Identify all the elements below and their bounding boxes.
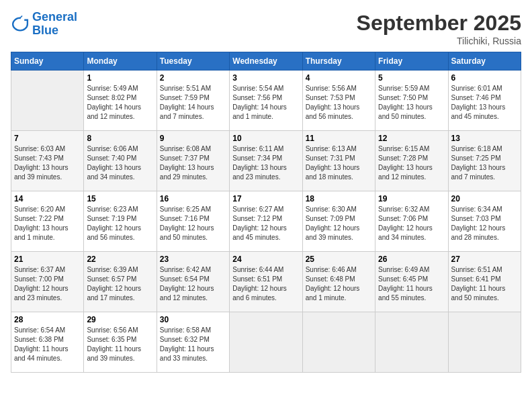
day-number: 2 [160, 73, 226, 83]
day-info: Sunrise: 6:01 AM Sunset: 7:46 PM Dayligh… [451, 84, 518, 122]
calendar-cell: 21Sunrise: 6:37 AM Sunset: 7:00 PM Dayli… [11, 252, 84, 312]
calendar-cell: 25Sunrise: 6:46 AM Sunset: 6:48 PM Dayli… [302, 252, 375, 312]
calendar-cell: 11Sunrise: 6:13 AM Sunset: 7:31 PM Dayli… [302, 131, 375, 191]
calendar-cell: 5Sunrise: 5:59 AM Sunset: 7:50 PM Daylig… [375, 71, 448, 131]
logo: General Blue [11, 11, 77, 38]
header: General Blue September 2025 Tilichiki, R… [11, 11, 521, 46]
calendar-cell: 8Sunrise: 6:06 AM Sunset: 7:40 PM Daylig… [84, 131, 157, 191]
day-number: 10 [232, 134, 299, 143]
day-info: Sunrise: 5:54 AM Sunset: 7:56 PM Dayligh… [232, 84, 299, 122]
calendar-cell: 29Sunrise: 6:56 AM Sunset: 6:35 PM Dayli… [84, 312, 157, 373]
calendar-cell: 27Sunrise: 6:51 AM Sunset: 6:41 PM Dayli… [448, 252, 521, 312]
day-number: 20 [451, 194, 518, 203]
header-day: Saturday [448, 52, 521, 71]
day-info: Sunrise: 6:23 AM Sunset: 7:19 PM Dayligh… [87, 205, 153, 242]
calendar-cell: 23Sunrise: 6:42 AM Sunset: 6:54 PM Dayli… [157, 252, 229, 312]
calendar-cell: 18Sunrise: 6:30 AM Sunset: 7:09 PM Dayli… [302, 191, 375, 252]
calendar-cell [375, 312, 448, 373]
day-info: Sunrise: 6:49 AM Sunset: 6:45 PM Dayligh… [378, 265, 445, 303]
day-info: Sunrise: 5:51 AM Sunset: 7:59 PM Dayligh… [160, 84, 226, 122]
day-info: Sunrise: 6:06 AM Sunset: 7:40 PM Dayligh… [87, 144, 153, 182]
day-number: 27 [451, 255, 518, 264]
day-info: Sunrise: 6:39 AM Sunset: 6:57 PM Dayligh… [87, 265, 153, 303]
calendar-cell: 16Sunrise: 6:25 AM Sunset: 7:16 PM Dayli… [157, 191, 229, 252]
calendar-cell [11, 71, 84, 131]
header-row: SundayMondayTuesdayWednesdayThursdayFrid… [11, 52, 521, 71]
calendar-cell: 20Sunrise: 6:34 AM Sunset: 7:03 PM Dayli… [448, 191, 521, 252]
calendar-week: 21Sunrise: 6:37 AM Sunset: 7:00 PM Dayli… [11, 252, 521, 312]
day-info: Sunrise: 6:25 AM Sunset: 7:16 PM Dayligh… [160, 205, 226, 242]
day-info: Sunrise: 5:59 AM Sunset: 7:50 PM Dayligh… [378, 84, 445, 122]
calendar-cell: 6Sunrise: 6:01 AM Sunset: 7:46 PM Daylig… [448, 71, 521, 131]
calendar-cell: 9Sunrise: 6:08 AM Sunset: 7:37 PM Daylig… [157, 131, 229, 191]
day-info: Sunrise: 6:34 AM Sunset: 7:03 PM Dayligh… [451, 205, 518, 242]
day-info: Sunrise: 5:49 AM Sunset: 8:02 PM Dayligh… [87, 84, 153, 122]
month-title: September 2025 [357, 11, 521, 36]
day-info: Sunrise: 5:56 AM Sunset: 7:53 PM Dayligh… [306, 84, 372, 122]
day-info: Sunrise: 6:08 AM Sunset: 7:37 PM Dayligh… [160, 144, 226, 182]
calendar-cell: 24Sunrise: 6:44 AM Sunset: 6:51 PM Dayli… [230, 252, 302, 312]
calendar-cell: 4Sunrise: 5:56 AM Sunset: 7:53 PM Daylig… [302, 71, 375, 131]
calendar-week: 7Sunrise: 6:03 AM Sunset: 7:43 PM Daylig… [11, 131, 521, 191]
calendar-cell: 17Sunrise: 6:27 AM Sunset: 7:12 PM Dayli… [230, 191, 302, 252]
day-number: 19 [378, 194, 445, 203]
calendar-header: SundayMondayTuesdayWednesdayThursdayFrid… [11, 52, 521, 71]
calendar-week: 28Sunrise: 6:54 AM Sunset: 6:38 PM Dayli… [11, 312, 521, 373]
day-number: 17 [232, 194, 299, 203]
calendar-cell: 2Sunrise: 5:51 AM Sunset: 7:59 PM Daylig… [157, 71, 229, 131]
header-day: Wednesday [230, 52, 302, 71]
day-info: Sunrise: 6:32 AM Sunset: 7:06 PM Dayligh… [378, 205, 445, 242]
calendar-cell [302, 312, 375, 373]
day-info: Sunrise: 6:15 AM Sunset: 7:28 PM Dayligh… [378, 144, 445, 182]
header-day: Monday [84, 52, 157, 71]
location: Tilichiki, Russia [357, 36, 521, 46]
day-number: 25 [306, 255, 372, 264]
calendar-cell: 22Sunrise: 6:39 AM Sunset: 6:57 PM Dayli… [84, 252, 157, 312]
day-info: Sunrise: 6:56 AM Sunset: 6:35 PM Dayligh… [87, 326, 153, 363]
header-day: Friday [375, 52, 448, 71]
day-info: Sunrise: 6:54 AM Sunset: 6:38 PM Dayligh… [14, 326, 81, 363]
day-number: 12 [378, 134, 445, 143]
day-number: 18 [306, 194, 372, 203]
logo-text: General Blue [32, 11, 77, 38]
day-number: 3 [232, 73, 299, 83]
calendar-cell: 28Sunrise: 6:54 AM Sunset: 6:38 PM Dayli… [11, 312, 84, 373]
day-number: 11 [306, 134, 372, 143]
calendar-cell: 15Sunrise: 6:23 AM Sunset: 7:19 PM Dayli… [84, 191, 157, 252]
calendar-week: 1Sunrise: 5:49 AM Sunset: 8:02 PM Daylig… [11, 71, 521, 131]
calendar-cell: 12Sunrise: 6:15 AM Sunset: 7:28 PM Dayli… [375, 131, 448, 191]
day-number: 4 [306, 73, 372, 83]
day-info: Sunrise: 6:42 AM Sunset: 6:54 PM Dayligh… [160, 265, 226, 303]
day-info: Sunrise: 6:11 AM Sunset: 7:34 PM Dayligh… [232, 144, 299, 182]
day-info: Sunrise: 6:51 AM Sunset: 6:41 PM Dayligh… [451, 265, 518, 303]
calendar-body: 1Sunrise: 5:49 AM Sunset: 8:02 PM Daylig… [11, 71, 521, 373]
day-number: 24 [232, 255, 299, 264]
calendar-cell [448, 312, 521, 373]
header-day: Thursday [302, 52, 375, 71]
day-number: 22 [87, 255, 153, 264]
day-number: 28 [14, 315, 81, 324]
calendar-cell: 7Sunrise: 6:03 AM Sunset: 7:43 PM Daylig… [11, 131, 84, 191]
day-number: 23 [160, 255, 226, 264]
day-number: 29 [87, 315, 153, 324]
calendar-cell: 13Sunrise: 6:18 AM Sunset: 7:25 PM Dayli… [448, 131, 521, 191]
day-info: Sunrise: 6:13 AM Sunset: 7:31 PM Dayligh… [306, 144, 372, 182]
calendar-cell: 10Sunrise: 6:11 AM Sunset: 7:34 PM Dayli… [230, 131, 302, 191]
calendar-cell: 3Sunrise: 5:54 AM Sunset: 7:56 PM Daylig… [230, 71, 302, 131]
day-info: Sunrise: 6:30 AM Sunset: 7:09 PM Dayligh… [306, 205, 372, 242]
day-number: 5 [378, 73, 445, 83]
day-info: Sunrise: 6:46 AM Sunset: 6:48 PM Dayligh… [306, 265, 372, 303]
day-info: Sunrise: 6:58 AM Sunset: 6:32 PM Dayligh… [160, 326, 226, 363]
title-block: September 2025 Tilichiki, Russia [357, 11, 521, 46]
calendar-week: 14Sunrise: 6:20 AM Sunset: 7:22 PM Dayli… [11, 191, 521, 252]
day-number: 15 [87, 194, 153, 203]
calendar-cell: 26Sunrise: 6:49 AM Sunset: 6:45 PM Dayli… [375, 252, 448, 312]
day-number: 30 [160, 315, 226, 324]
day-info: Sunrise: 6:44 AM Sunset: 6:51 PM Dayligh… [232, 265, 299, 303]
day-number: 16 [160, 194, 226, 203]
day-number: 13 [451, 134, 518, 143]
day-number: 21 [14, 255, 81, 264]
logo-icon [11, 15, 30, 34]
calendar-cell: 1Sunrise: 5:49 AM Sunset: 8:02 PM Daylig… [84, 71, 157, 131]
day-info: Sunrise: 6:27 AM Sunset: 7:12 PM Dayligh… [232, 205, 299, 242]
